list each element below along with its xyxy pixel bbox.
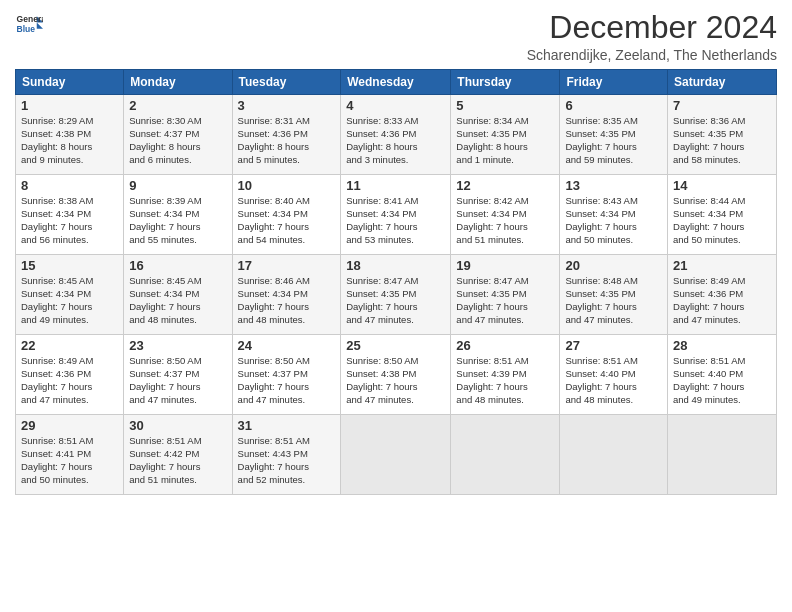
day-detail: Sunrise: 8:51 AMSunset: 4:43 PMDaylight:… (238, 435, 336, 486)
day-detail: Sunrise: 8:43 AMSunset: 4:34 PMDaylight:… (565, 195, 662, 246)
calendar-table: SundayMondayTuesdayWednesdayThursdayFrid… (15, 69, 777, 495)
day-cell: 7Sunrise: 8:36 AMSunset: 4:35 PMDaylight… (668, 95, 777, 175)
day-detail: Sunrise: 8:46 AMSunset: 4:34 PMDaylight:… (238, 275, 336, 326)
day-number: 17 (238, 258, 336, 273)
day-number: 9 (129, 178, 226, 193)
day-cell: 9Sunrise: 8:39 AMSunset: 4:34 PMDaylight… (124, 175, 232, 255)
day-cell: 14Sunrise: 8:44 AMSunset: 4:34 PMDayligh… (668, 175, 777, 255)
day-number: 24 (238, 338, 336, 353)
day-detail: Sunrise: 8:29 AMSunset: 4:38 PMDaylight:… (21, 115, 118, 166)
month-title: December 2024 (527, 10, 777, 45)
day-cell: 5Sunrise: 8:34 AMSunset: 4:35 PMDaylight… (451, 95, 560, 175)
day-detail: Sunrise: 8:50 AMSunset: 4:38 PMDaylight:… (346, 355, 445, 406)
day-cell: 11Sunrise: 8:41 AMSunset: 4:34 PMDayligh… (341, 175, 451, 255)
calendar-header-row: SundayMondayTuesdayWednesdayThursdayFrid… (16, 70, 777, 95)
day-number: 8 (21, 178, 118, 193)
day-cell (668, 415, 777, 495)
day-cell: 15Sunrise: 8:45 AMSunset: 4:34 PMDayligh… (16, 255, 124, 335)
day-cell: 8Sunrise: 8:38 AMSunset: 4:34 PMDaylight… (16, 175, 124, 255)
day-number: 7 (673, 98, 771, 113)
day-number: 5 (456, 98, 554, 113)
day-cell: 6Sunrise: 8:35 AMSunset: 4:35 PMDaylight… (560, 95, 668, 175)
svg-text:Blue: Blue (17, 24, 36, 34)
day-detail: Sunrise: 8:44 AMSunset: 4:34 PMDaylight:… (673, 195, 771, 246)
day-detail: Sunrise: 8:30 AMSunset: 4:37 PMDaylight:… (129, 115, 226, 166)
day-cell (451, 415, 560, 495)
day-cell: 31Sunrise: 8:51 AMSunset: 4:43 PMDayligh… (232, 415, 341, 495)
day-cell: 30Sunrise: 8:51 AMSunset: 4:42 PMDayligh… (124, 415, 232, 495)
week-row-4: 22Sunrise: 8:49 AMSunset: 4:36 PMDayligh… (16, 335, 777, 415)
day-detail: Sunrise: 8:45 AMSunset: 4:34 PMDaylight:… (21, 275, 118, 326)
day-cell: 25Sunrise: 8:50 AMSunset: 4:38 PMDayligh… (341, 335, 451, 415)
day-detail: Sunrise: 8:51 AMSunset: 4:42 PMDaylight:… (129, 435, 226, 486)
day-detail: Sunrise: 8:49 AMSunset: 4:36 PMDaylight:… (21, 355, 118, 406)
day-detail: Sunrise: 8:48 AMSunset: 4:35 PMDaylight:… (565, 275, 662, 326)
day-cell: 26Sunrise: 8:51 AMSunset: 4:39 PMDayligh… (451, 335, 560, 415)
title-block: December 2024 Scharendijke, Zeeland, The… (527, 10, 777, 63)
day-cell: 12Sunrise: 8:42 AMSunset: 4:34 PMDayligh… (451, 175, 560, 255)
header-cell-tuesday: Tuesday (232, 70, 341, 95)
day-detail: Sunrise: 8:50 AMSunset: 4:37 PMDaylight:… (129, 355, 226, 406)
day-cell: 29Sunrise: 8:51 AMSunset: 4:41 PMDayligh… (16, 415, 124, 495)
day-number: 23 (129, 338, 226, 353)
day-number: 21 (673, 258, 771, 273)
day-detail: Sunrise: 8:40 AMSunset: 4:34 PMDaylight:… (238, 195, 336, 246)
logo-icon: General Blue (15, 10, 43, 38)
day-number: 31 (238, 418, 336, 433)
header-cell-saturday: Saturday (668, 70, 777, 95)
header-cell-friday: Friday (560, 70, 668, 95)
day-number: 29 (21, 418, 118, 433)
day-cell (341, 415, 451, 495)
day-detail: Sunrise: 8:41 AMSunset: 4:34 PMDaylight:… (346, 195, 445, 246)
header-cell-thursday: Thursday (451, 70, 560, 95)
day-cell: 23Sunrise: 8:50 AMSunset: 4:37 PMDayligh… (124, 335, 232, 415)
day-detail: Sunrise: 8:39 AMSunset: 4:34 PMDaylight:… (129, 195, 226, 246)
day-detail: Sunrise: 8:49 AMSunset: 4:36 PMDaylight:… (673, 275, 771, 326)
day-number: 19 (456, 258, 554, 273)
day-number: 3 (238, 98, 336, 113)
day-number: 14 (673, 178, 771, 193)
day-detail: Sunrise: 8:45 AMSunset: 4:34 PMDaylight:… (129, 275, 226, 326)
day-cell (560, 415, 668, 495)
day-detail: Sunrise: 8:34 AMSunset: 4:35 PMDaylight:… (456, 115, 554, 166)
logo: General Blue (15, 10, 43, 38)
day-cell: 16Sunrise: 8:45 AMSunset: 4:34 PMDayligh… (124, 255, 232, 335)
day-number: 15 (21, 258, 118, 273)
day-detail: Sunrise: 8:50 AMSunset: 4:37 PMDaylight:… (238, 355, 336, 406)
day-detail: Sunrise: 8:36 AMSunset: 4:35 PMDaylight:… (673, 115, 771, 166)
page-container: General Blue December 2024 Scharendijke,… (0, 0, 792, 505)
day-detail: Sunrise: 8:51 AMSunset: 4:41 PMDaylight:… (21, 435, 118, 486)
svg-text:General: General (17, 14, 43, 24)
day-cell: 22Sunrise: 8:49 AMSunset: 4:36 PMDayligh… (16, 335, 124, 415)
day-number: 6 (565, 98, 662, 113)
day-detail: Sunrise: 8:35 AMSunset: 4:35 PMDaylight:… (565, 115, 662, 166)
day-detail: Sunrise: 8:51 AMSunset: 4:39 PMDaylight:… (456, 355, 554, 406)
day-detail: Sunrise: 8:51 AMSunset: 4:40 PMDaylight:… (673, 355, 771, 406)
day-cell: 13Sunrise: 8:43 AMSunset: 4:34 PMDayligh… (560, 175, 668, 255)
header-cell-wednesday: Wednesday (341, 70, 451, 95)
day-detail: Sunrise: 8:51 AMSunset: 4:40 PMDaylight:… (565, 355, 662, 406)
week-row-1: 1Sunrise: 8:29 AMSunset: 4:38 PMDaylight… (16, 95, 777, 175)
week-row-3: 15Sunrise: 8:45 AMSunset: 4:34 PMDayligh… (16, 255, 777, 335)
day-number: 18 (346, 258, 445, 273)
header-cell-sunday: Sunday (16, 70, 124, 95)
day-cell: 4Sunrise: 8:33 AMSunset: 4:36 PMDaylight… (341, 95, 451, 175)
week-row-5: 29Sunrise: 8:51 AMSunset: 4:41 PMDayligh… (16, 415, 777, 495)
day-number: 26 (456, 338, 554, 353)
day-cell: 21Sunrise: 8:49 AMSunset: 4:36 PMDayligh… (668, 255, 777, 335)
day-cell: 1Sunrise: 8:29 AMSunset: 4:38 PMDaylight… (16, 95, 124, 175)
day-number: 28 (673, 338, 771, 353)
day-number: 13 (565, 178, 662, 193)
day-detail: Sunrise: 8:42 AMSunset: 4:34 PMDaylight:… (456, 195, 554, 246)
day-number: 1 (21, 98, 118, 113)
day-number: 4 (346, 98, 445, 113)
day-number: 30 (129, 418, 226, 433)
day-detail: Sunrise: 8:38 AMSunset: 4:34 PMDaylight:… (21, 195, 118, 246)
day-cell: 20Sunrise: 8:48 AMSunset: 4:35 PMDayligh… (560, 255, 668, 335)
day-number: 20 (565, 258, 662, 273)
day-number: 22 (21, 338, 118, 353)
day-cell: 3Sunrise: 8:31 AMSunset: 4:36 PMDaylight… (232, 95, 341, 175)
day-detail: Sunrise: 8:47 AMSunset: 4:35 PMDaylight:… (456, 275, 554, 326)
header: General Blue December 2024 Scharendijke,… (15, 10, 777, 63)
day-number: 25 (346, 338, 445, 353)
